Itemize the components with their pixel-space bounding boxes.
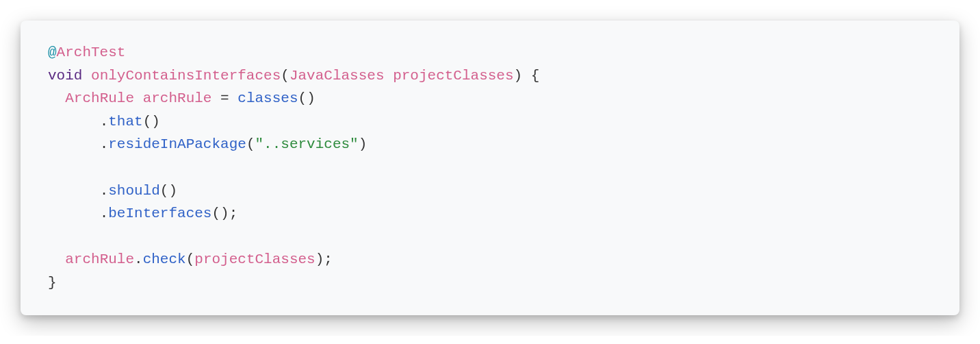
call-check: check (143, 251, 186, 267)
paren-open: ( (143, 114, 152, 130)
paren-open: ( (186, 251, 195, 267)
indent (48, 206, 100, 221)
call-beInterfaces: beInterfaces (108, 206, 211, 221)
indent (48, 136, 100, 152)
paren-close: ) (315, 251, 324, 267)
arg-projectClasses: projectClasses (194, 251, 315, 267)
dot: . (100, 183, 109, 199)
space (134, 90, 143, 106)
semicolon: ; (229, 206, 238, 221)
indent (48, 183, 100, 199)
paren-close: ) (168, 183, 177, 199)
call-should: should (108, 183, 160, 199)
paren-open: ( (298, 90, 307, 106)
method-name: onlyContainsInterfaces (91, 68, 281, 84)
equals: = (211, 90, 237, 106)
call-that: that (108, 114, 142, 130)
call-resideInAPackage: resideInAPackage (108, 136, 246, 152)
decl-var: archRule (143, 90, 212, 106)
semicolon: ; (324, 251, 333, 267)
indent (48, 114, 100, 130)
brace-close: } (48, 275, 57, 291)
paren-open: ( (211, 206, 220, 221)
paren-open: ( (246, 136, 255, 152)
paren-close: ) (151, 114, 160, 130)
space (522, 68, 531, 84)
paren-close: ) (220, 206, 229, 221)
decl-type: ArchRule (65, 90, 134, 106)
dot: . (100, 114, 109, 130)
stmt-var: archRule (65, 251, 134, 267)
call-classes: classes (237, 90, 298, 106)
paren-open: ( (281, 68, 289, 84)
paren-close: ) (514, 68, 523, 84)
code-block: @ArchTest void onlyContainsInterfaces(Ja… (21, 21, 959, 315)
keyword-void: void (48, 68, 82, 84)
paren-open: ( (160, 183, 169, 199)
dot: . (134, 251, 143, 267)
brace-open: { (531, 68, 540, 84)
param-type: JavaClasses (289, 68, 385, 84)
annotation-name: ArchTest (57, 45, 126, 60)
string-literal: "..services" (255, 136, 358, 152)
space (385, 68, 394, 84)
indent (48, 90, 65, 106)
param-name: projectClasses (393, 68, 513, 84)
space (82, 68, 91, 84)
paren-close: ) (307, 90, 315, 106)
dot: . (100, 136, 109, 152)
dot: . (100, 206, 109, 221)
indent (48, 251, 65, 267)
annotation-at: @ (48, 45, 57, 60)
paren-close: ) (359, 136, 368, 152)
